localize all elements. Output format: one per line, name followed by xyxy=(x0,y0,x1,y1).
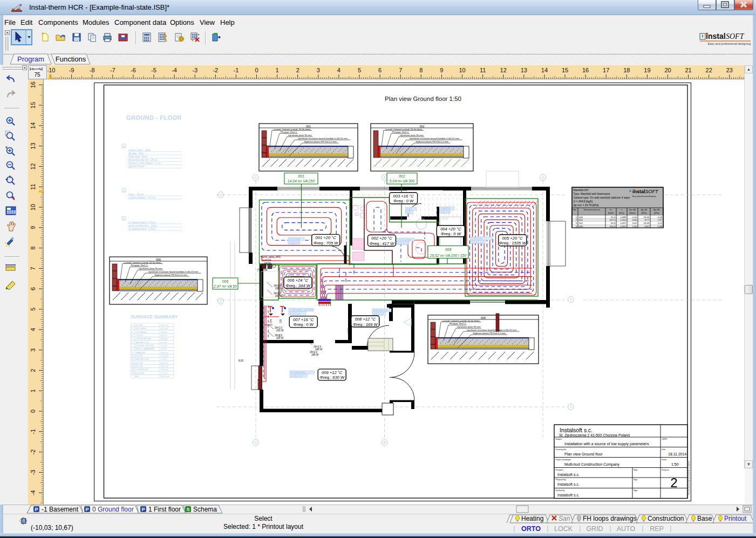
svg-text:5: 5 xyxy=(358,67,361,73)
svg-text:16: 16 xyxy=(582,67,589,73)
svg-text:Date: Date xyxy=(662,448,666,451)
svg-text:Printed with Instal-therm HCR,: Printed with Instal-therm HCR, InstalSof… xyxy=(688,461,690,495)
svg-text:Construction: Construction xyxy=(648,515,684,522)
svg-text:5,04 m² VA 300: 5,04 m² VA 300 xyxy=(390,179,415,183)
svg-text:005: 005 xyxy=(579,225,583,228)
svg-text:11,1 m²: 11,1 m² xyxy=(160,327,168,330)
svg-text:Plan view Ground floor: Plan view Ground floor xyxy=(564,452,603,456)
svg-text:styrofoam insulation board (la: styrofoam insulation board (lambda 0,04)… xyxy=(410,137,460,140)
svg-text:Φreq.: 344 W: Φreq.: 344 W xyxy=(285,283,310,288)
svg-text:Scale: Scale xyxy=(662,459,666,461)
svg-text:Hydroinsulation PE-Foil 0,2 mm: Hydroinsulation PE-Foil 0,2 mm xyxy=(304,140,337,143)
svg-text:Type: Manifold with flowmeters: Type: Manifold with flowmeters xyxy=(574,192,611,195)
svg-text:5,7 m²: 5,7 m² xyxy=(160,341,167,344)
svg-text:P: P xyxy=(85,507,88,512)
svg-text:200 W: 200 W xyxy=(275,287,283,290)
svg-text:2 KITCHEN: 2 KITCHEN xyxy=(397,238,412,241)
svg-text:2: 2 xyxy=(296,67,299,73)
svg-text:Multi-bud Construction Company: Multi-bud Construction Company xyxy=(564,462,619,467)
svg-text:A: A xyxy=(255,176,257,179)
svg-text:Program: Program xyxy=(17,55,44,63)
svg-text:screed: Cement screed, 20 4x (: screed: Cement screed, 20 4x (mm) xyxy=(124,261,161,264)
svg-text:199 W: 199 W xyxy=(311,353,319,356)
svg-text:600/400 W: 600/400 W xyxy=(257,379,260,390)
svg-text:29,52 m² VA 100 / 150: 29,52 m² VA 100 / 150 xyxy=(430,254,467,257)
svg-text:styrofoam plate 90 mm: styrofoam plate 90 mm xyxy=(139,267,162,270)
svg-text:A 5,7 m²: A 5,7 m² xyxy=(441,210,452,214)
svg-text:7 BOILER - ROOM: 7 BOILER - ROOM xyxy=(290,308,314,311)
svg-text:1: 1 xyxy=(30,389,36,392)
svg-text:3: 3 xyxy=(317,67,320,73)
svg-text:13: 13 xyxy=(131,365,134,367)
svg-text:[*100 mb: [*100 mb xyxy=(257,269,268,271)
svg-text:Base: Base xyxy=(697,515,712,522)
svg-text:Functions: Functions xyxy=(56,55,86,63)
svg-text:ANTE-CHAMBER: ANTE-CHAMBER xyxy=(135,348,154,350)
svg-text:FH loops drawings: FH loops drawings xyxy=(583,515,636,522)
svg-text:Flexpipe 16x2,0: Flexpipe 16x2,0 xyxy=(392,131,409,133)
svg-text:0,08: 0,08 xyxy=(658,216,663,219)
svg-text:A 7,4 m²: A 7,4 m² xyxy=(290,312,301,315)
svg-text:16: 16 xyxy=(30,81,36,88)
svg-text:200 W: 200 W xyxy=(275,295,283,297)
svg-text:14: 14 xyxy=(30,122,36,129)
svg-text:cement plaster - 1,5 cm: cement plaster - 1,5 cm xyxy=(128,196,155,199)
svg-text:14: 14 xyxy=(131,368,134,371)
svg-text:31,6: 31,6 xyxy=(611,216,616,219)
svg-text:Δp min = 24,79 [kPa]: Δp min = 24,79 [kPa] xyxy=(574,203,599,207)
svg-text:Flexpipe 16x2,0: Flexpipe 16x2,0 xyxy=(281,131,297,133)
svg-text:Telemetered unit: Telemetered unit xyxy=(583,208,601,211)
svg-text:GROUND - FLOOR: GROUND - FLOOR xyxy=(126,114,182,121)
svg-text:Flexpipe 16x2,0: Flexpipe 16x2,0 xyxy=(449,322,466,325)
svg-text:163,4 m²: 163,4 m² xyxy=(160,375,170,378)
svg-text:St. Zjednoczenia 2 41-500 Chor: St. Zjednoczenia 2 41-500 Chorzów Poland xyxy=(559,433,630,438)
svg-text:AUTO: AUTO xyxy=(617,525,636,533)
svg-text:Instalsoft s.c.: Instalsoft s.c. xyxy=(557,473,580,476)
svg-text:A: A xyxy=(255,441,257,444)
svg-text:005: 005 xyxy=(481,316,486,319)
svg-text:001: 001 xyxy=(579,219,583,221)
svg-text:ORTO: ORTO xyxy=(521,525,541,533)
svg-text:1: 1 xyxy=(276,67,279,73)
svg-text:Schema: Schema xyxy=(193,506,217,513)
svg-text:Hydroinsulation PE-Foil 0,2 mm: Hydroinsulation PE-Foil 0,2 mm xyxy=(416,140,449,143)
svg-text:DR: DR xyxy=(279,319,282,323)
svg-text:BATHROOM: BATHROOM xyxy=(135,341,149,344)
svg-text:-9: -9 xyxy=(69,67,74,73)
svg-text:-8: -8 xyxy=(90,67,95,73)
svg-text:A 11,1 m²: A 11,1 m² xyxy=(397,242,409,245)
svg-text:4: 4 xyxy=(30,328,36,331)
svg-text:-10: -10 xyxy=(47,67,55,73)
svg-text:0,088: 0,088 xyxy=(621,216,626,219)
svg-text:2,00: 2,00 xyxy=(348,328,350,333)
svg-text:Manifold 007: Manifold 007 xyxy=(574,188,589,192)
svg-text:-7: -7 xyxy=(110,67,115,73)
svg-text:2,97 m² VA 50: 2,97 m² VA 50 xyxy=(213,284,237,288)
svg-text:Φreq.: 630 W: Φreq.: 630 W xyxy=(319,375,344,380)
svg-text:-1: -1 xyxy=(234,67,239,73)
svg-text:3,9 m²: 3,9 m² xyxy=(160,331,167,333)
svg-text:4: 4 xyxy=(337,67,340,73)
svg-text:styrofoam plate 90 mm: styrofoam plate 90 mm xyxy=(288,134,312,137)
svg-text:-3: -3 xyxy=(30,470,36,475)
svg-text:11: 11 xyxy=(480,67,486,73)
svg-text:SURFACE SUMMARY: SURFACE SUMMARY xyxy=(131,314,178,319)
svg-text:167,0: 167,0 xyxy=(610,219,616,221)
svg-text:Δp (S): Δp (S) xyxy=(641,208,648,211)
svg-text:8: 8 xyxy=(30,247,36,250)
svg-text:Drawing title: Drawing title xyxy=(556,448,567,451)
svg-text:004 +20 °C: 004 +20 °C xyxy=(440,227,461,231)
svg-text:BOILER: BOILER xyxy=(135,372,144,374)
svg-text:Easy and professional designin: Easy and professional designing xyxy=(708,42,751,45)
svg-text:styrofoam insulation board (la: styrofoam insulation board (lambda 0,04)… xyxy=(148,270,199,273)
svg-text:006: 006 xyxy=(579,216,583,219)
svg-text:gypsum finish: gypsum finish xyxy=(128,165,145,168)
svg-text:Cabinet type: On wall manifold: Cabinet type: On wall manifold cabinets … xyxy=(574,196,630,199)
svg-text:002: 002 xyxy=(579,222,583,224)
svg-text:1 First floor: 1 First floor xyxy=(148,506,181,513)
svg-text:006 +24 °C: 006 +24 °C xyxy=(288,278,309,283)
svg-text:ROOM: ROOM xyxy=(135,365,143,367)
svg-text:GARAGE: GARAGE xyxy=(135,351,146,354)
svg-text:styrofoam plate 90 mm: styrofoam plate 90 mm xyxy=(400,134,424,137)
svg-text:Subject: Subject xyxy=(556,438,562,440)
